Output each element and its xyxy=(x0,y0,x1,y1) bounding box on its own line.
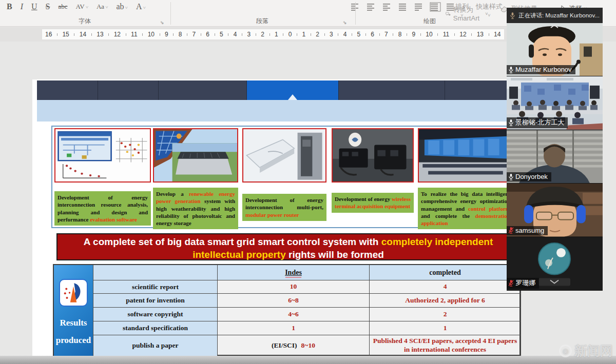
strikethrough-button[interactable]: S xyxy=(44,1,52,12)
result-card-caption: To realize the big data intelligent comp… xyxy=(418,188,513,229)
ruler-number: 3 xyxy=(330,31,333,38)
table-row-label: patent for invention xyxy=(93,294,218,308)
participant-tile-avatar[interactable]: 罗珊娜 xyxy=(507,237,603,291)
participant-tile-classroom[interactable]: 景柳铭-北方工大 xyxy=(507,76,603,130)
slide-nav-bar xyxy=(37,80,508,100)
table-completed-value: Published 4 SCI/EI papers, accepted 4 EI… xyxy=(370,335,521,356)
active-segment-pointer-icon xyxy=(288,94,297,100)
underline-button[interactable]: U xyxy=(30,1,39,12)
result-card: Development of energy interconnection re… xyxy=(54,128,151,226)
ruler-number: 8 xyxy=(179,31,182,38)
character-spacing-button[interactable]: AV xyxy=(74,2,90,12)
caption-text: Develop a xyxy=(156,191,189,197)
arrange-button[interactable]: 排列˅ xyxy=(451,2,473,18)
ruler-tick xyxy=(228,33,228,36)
results-table: Results produced Indes completed scienti… xyxy=(53,264,521,356)
ruler-number: 14 xyxy=(494,31,500,38)
ruler-tick xyxy=(173,33,174,36)
speaking-indicator-bar[interactable]: 正在讲话: Muzaffar Kurbonov... xyxy=(507,8,603,23)
ruler-number: 16 xyxy=(45,31,52,38)
strikethrough-alt-button[interactable]: abc xyxy=(56,2,69,12)
participant-name-label: Donyorbek xyxy=(507,172,551,181)
font-dialog-launcher-icon[interactable]: ⇘ xyxy=(160,20,164,25)
ruler-tick xyxy=(142,33,143,36)
slide-nav-segment xyxy=(339,80,445,100)
ruler-tick xyxy=(338,33,338,36)
header-empty-cell xyxy=(93,265,218,280)
ruler-tick xyxy=(91,33,92,36)
slide-nav-segment xyxy=(37,80,98,100)
ruler-number: 6 xyxy=(206,31,209,38)
ruler-number: 10 xyxy=(426,31,432,38)
result-card-photo xyxy=(418,128,513,183)
ruler-number: 9 xyxy=(412,31,416,38)
ruler-number: 13 xyxy=(477,31,484,38)
ruler-number: 1 xyxy=(275,31,278,38)
speaking-indicator-text: 正在讲话: Muzaffar Kurbonov... xyxy=(518,12,600,19)
ruler-number: 6 xyxy=(371,31,374,38)
mic-icon xyxy=(508,66,514,73)
result-card-photo xyxy=(153,128,238,183)
result-card-photo xyxy=(54,128,151,183)
slide-banner: A complete set of big data smart grid sm… xyxy=(56,233,520,260)
caption-text: and complete the xyxy=(421,213,475,219)
ruler-number: 12 xyxy=(459,31,466,38)
participant-name: Muzaffar Kurbonov xyxy=(515,66,572,73)
highlight-color-button[interactable]: ab xyxy=(114,1,129,12)
ruler-number: 7 xyxy=(384,31,388,38)
results-produced-cell: Results produced xyxy=(54,265,93,356)
result-card-caption: Develop a renewable energy power generat… xyxy=(153,188,238,229)
ruler-tick xyxy=(215,33,215,36)
font-group-label: 字体 xyxy=(0,17,169,26)
ruler-number: 7 xyxy=(192,31,196,38)
ruler-tick xyxy=(365,33,366,36)
caption-text: Development of energy xyxy=(335,196,392,202)
ruler-number: 3 xyxy=(247,31,251,38)
speaker-indicator-icon xyxy=(510,12,515,19)
font-color-button[interactable]: A xyxy=(134,1,147,12)
ruler-tick xyxy=(420,33,421,36)
slide-content-box: Development of energy interconnection re… xyxy=(51,126,516,228)
ruler-number: 8 xyxy=(398,31,402,38)
table-completed-value: 2 xyxy=(370,308,521,321)
caption-highlight: modular power router xyxy=(245,212,299,218)
ruler-tick xyxy=(311,33,311,36)
ruler-number: 9 xyxy=(165,31,168,38)
participant-name: 罗珊娜 xyxy=(515,278,535,288)
ruler-tick xyxy=(57,33,57,36)
table-completed-value: 1 xyxy=(370,321,521,335)
ruler-tick xyxy=(201,33,201,36)
paragraph-dialog-launcher-icon[interactable]: ⇘ xyxy=(343,20,347,25)
table-index-value: (EI/SCI)8~10 xyxy=(218,335,370,356)
slide-nav-segment xyxy=(98,80,159,100)
header-completed-cell: completed xyxy=(370,265,521,280)
ruler-number: 0 xyxy=(288,31,292,38)
project-logo xyxy=(59,279,88,307)
ruler-tick xyxy=(437,33,438,36)
ruler-number: 5 xyxy=(220,31,223,38)
table-index-value: 10 xyxy=(218,280,370,294)
participant-tile-speaker[interactable]: Muzaffar Kurbonov xyxy=(507,23,603,76)
mic-muted-icon xyxy=(508,227,514,234)
result-card: Development of energy interconnection mu… xyxy=(242,128,326,221)
ruler-number: 11 xyxy=(131,31,137,38)
slide-subtitle-band xyxy=(37,100,508,122)
result-card-photo xyxy=(332,128,414,183)
result-card-caption: Development of energy wireless terminal … xyxy=(332,193,414,213)
ruler-number: 12 xyxy=(114,31,121,38)
participant-tile-blinds[interactable]: Donyorbek xyxy=(507,130,603,184)
participant-tile-cap[interactable]: samsumg xyxy=(507,184,603,237)
change-case-button[interactable]: Aa xyxy=(95,2,110,12)
meeting-panel: 正在讲话: Muzaffar Kurbonov... Muzaffar Kurb… xyxy=(507,8,603,291)
italic-button[interactable]: I xyxy=(19,1,25,12)
paragraph-group: ˅ 转换为 SmartArt ˅ 段落 ⇘ xyxy=(170,0,354,27)
ruler-tick xyxy=(324,33,325,36)
bold-button[interactable]: B xyxy=(5,1,14,12)
screen: BIUSabcAVAaabA 字体 ⇘ ˅ 转换为 SmartArt ˅ 段落 … xyxy=(0,0,616,364)
ruler-tick xyxy=(454,33,455,36)
ruler-number: 15 xyxy=(62,31,69,38)
ruler-number: 2 xyxy=(316,31,319,38)
banner-text: rights will be formed xyxy=(286,249,384,260)
ruler-number: 11 xyxy=(443,31,449,38)
ruler-number: 10 xyxy=(148,31,155,38)
